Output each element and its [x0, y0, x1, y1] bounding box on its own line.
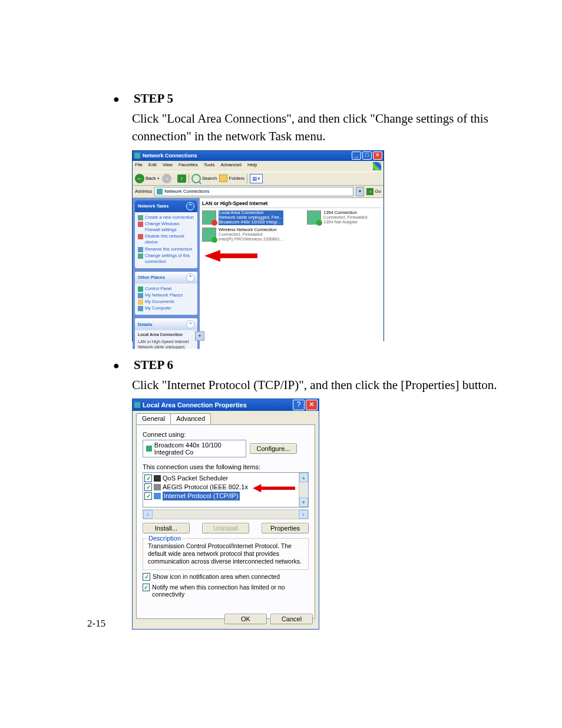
adapter-field[interactable]: Broadcom 440x 10/100 Integrated Co — [143, 440, 246, 457]
horizontal-scrollbar[interactable]: ‹› — [143, 509, 309, 519]
scroll-right-icon[interactable]: › — [299, 510, 308, 519]
window-title: Network Connections — [143, 153, 352, 159]
task-change-settings[interactable]: Change settings of this connection — [138, 253, 194, 265]
connections-area: LAN or High-Speed Internet Local Area Co… — [200, 198, 384, 349]
general-panel: Connect using: Broadcom 440x 10/100 Inte… — [136, 424, 315, 619]
step6-body: Click "Internet Protocol (TCP/IP)", and … — [132, 376, 518, 394]
menu-edit[interactable]: Edit — [148, 162, 157, 170]
step5-body: Click "Local Area Connections", and then… — [132, 110, 518, 146]
list-item-qos[interactable]: ✓QoS Packet Scheduler — [144, 474, 307, 483]
menu-help[interactable]: Help — [247, 162, 257, 170]
task-create-connection[interactable]: Create a new connection — [138, 215, 194, 220]
dialog-icon — [134, 402, 140, 408]
page-content: ● STEP 5 Click "Local Area Connections",… — [106, 91, 518, 630]
place-my-documents[interactable]: My Documents — [138, 299, 194, 305]
collapse-icon: ⌃ — [186, 274, 194, 282]
checkbox-icon[interactable]: ✓ — [143, 584, 150, 591]
1394-connection-item[interactable]: 1394 Connection Connected, Firewalled 13… — [307, 210, 368, 225]
other-places-header[interactable]: Other Places⌃ — [135, 272, 197, 284]
forward-button[interactable]: → — [162, 174, 171, 183]
task-panel: Network Tasks⌃ Create a new connection C… — [133, 198, 200, 349]
search-button[interactable]: Search — [191, 174, 217, 183]
conn-device: Broadcom 440x 10/100 Integr... — [219, 220, 283, 225]
step5-heading-row: ● STEP 5 — [106, 91, 518, 106]
back-button[interactable]: ←Back▾ — [135, 174, 160, 183]
place-network-places[interactable]: My Network Places — [138, 292, 194, 298]
menu-tools[interactable]: Tools — [204, 162, 215, 170]
task-rename-connection[interactable]: Rename this connection — [138, 246, 194, 252]
menu-file[interactable]: File — [135, 162, 143, 170]
cancel-button[interactable]: Cancel — [270, 614, 313, 624]
window-icon — [134, 153, 140, 159]
close-button[interactable]: ✕ — [373, 151, 382, 160]
window-titlebar: Network Connections _ □ ✕ — [133, 151, 384, 161]
uses-items-label: This connection uses the following items… — [143, 463, 309, 470]
menu-view[interactable]: View — [163, 162, 173, 170]
task-firewall-settings[interactable]: Change Windows Firewall settings — [138, 221, 194, 233]
checkbox-icon[interactable]: ✓ — [143, 573, 150, 581]
details-type: LAN or High-Speed Internet — [138, 339, 194, 344]
maximize-button[interactable]: □ — [362, 151, 372, 160]
wireless-icon — [202, 228, 216, 242]
task-disable-device[interactable]: Disable this network device — [138, 233, 194, 245]
tab-general[interactable]: General — [136, 413, 171, 424]
install-button[interactable]: Install... — [143, 523, 190, 533]
scroll-down-icon[interactable]: ▾ — [195, 331, 204, 341]
folders-icon — [219, 174, 227, 182]
menu-favorites[interactable]: Favorites — [178, 162, 198, 170]
details-status: Network cable unplugged, Firewalled — [138, 344, 194, 349]
checkbox-icon[interactable]: ✓ — [144, 483, 152, 491]
address-dropdown-icon[interactable]: ▾ — [356, 187, 364, 196]
place-control-panel[interactable]: Control Panel — [138, 286, 194, 292]
connect-using-label: Connect using: — [143, 431, 309, 438]
address-label: Address — [135, 189, 152, 194]
menubar: File Edit View Favorites Tools Advanced … — [133, 161, 384, 172]
adapter-icon — [146, 446, 152, 452]
description-text: Transmission Control Protocol/Internet P… — [148, 542, 303, 565]
conn-device: 1394 Net Adapter — [323, 220, 368, 225]
collapse-icon: ⌃ — [186, 320, 194, 328]
scroll-down-icon[interactable]: ▾ — [299, 498, 308, 507]
wireless-connection-item[interactable]: Wireless Network Connection Connected, F… — [202, 228, 381, 242]
dialog-titlebar: Local Area Connection Properties ? ✕ — [133, 399, 319, 411]
description-fieldset: Description Transmission Control Protoco… — [143, 538, 309, 570]
arrow-annotation-icon — [204, 250, 257, 262]
vertical-scrollbar[interactable]: ▴▾ — [299, 473, 308, 507]
properties-button[interactable]: Properties — [262, 523, 309, 533]
checkbox-icon[interactable]: ✓ — [144, 475, 152, 482]
network-tasks-header[interactable]: Network Tasks⌃ — [135, 200, 197, 212]
checkbox-icon[interactable]: ✓ — [144, 492, 152, 500]
description-legend: Description — [147, 535, 183, 542]
scroll-up-icon[interactable]: ▴ — [299, 473, 308, 482]
menu-advanced[interactable]: Advanced — [220, 162, 242, 170]
step6-title: STEP 6 — [134, 358, 173, 373]
list-item-tcpip[interactable]: ✓Internet Protocol (TCP/IP) — [144, 492, 307, 500]
details-header[interactable]: Details⌃ — [135, 318, 197, 330]
tab-advanced[interactable]: Advanced — [170, 413, 211, 424]
up-button[interactable]: ↑ — [177, 174, 186, 183]
address-input[interactable]: Network Connections — [154, 187, 353, 196]
dialog-title: Local Area Connection Properties — [143, 401, 293, 409]
bullet-icon: ● — [113, 93, 120, 106]
network-icon — [202, 210, 216, 225]
minimize-button[interactable]: _ — [352, 151, 361, 160]
items-listbox[interactable]: ✓QoS Packet Scheduler ✓AEGIS Protocol (I… — [143, 472, 309, 508]
aegis-icon — [154, 484, 161, 490]
go-arrow-icon: → — [366, 188, 373, 195]
show-icon-checkbox[interactable]: ✓Show icon in notification area when con… — [143, 573, 309, 581]
place-my-computer[interactable]: My Computer — [138, 305, 194, 311]
configure-button[interactable]: Configure... — [250, 443, 297, 454]
bullet-icon: ● — [113, 360, 120, 372]
network-connections-screenshot: Network Connections _ □ ✕ File Edit View… — [132, 150, 384, 341]
ok-button[interactable]: OK — [224, 614, 267, 624]
qos-icon — [154, 475, 161, 482]
folders-button[interactable]: Folders — [219, 174, 244, 182]
scroll-left-icon[interactable]: ‹ — [143, 510, 153, 519]
notify-checkbox[interactable]: ✓Notify me when this connection has limi… — [143, 584, 309, 598]
local-area-connection-item[interactable]: Local Area Connection Network cable unpl… — [202, 210, 283, 225]
close-button[interactable]: ✕ — [306, 400, 318, 410]
go-button[interactable]: →Go — [366, 188, 381, 195]
address-bar: Address Network Connections ▾ →Go — [133, 186, 384, 198]
views-button[interactable]: ▦▾ — [250, 174, 263, 183]
help-button[interactable]: ? — [293, 400, 305, 410]
